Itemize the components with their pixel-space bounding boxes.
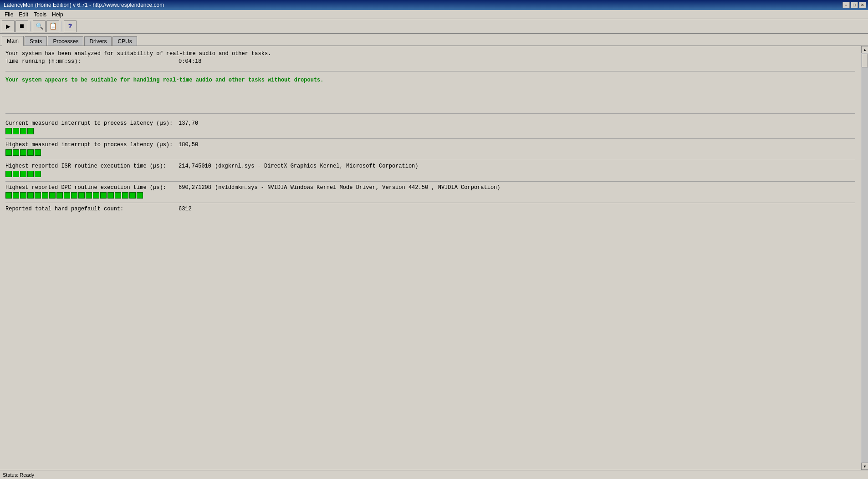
header-block: Your system has been analyzed for suitab… [5,50,855,65]
menu-edit[interactable]: Edit [16,10,31,19]
bar-seg [100,192,107,199]
bar-seg [49,192,56,199]
metric-isr-detail: (dxgkrnl.sys - DirectX Graphics Kernel, … [215,163,418,169]
metric-dpc-value: 690,271208 [179,184,211,191]
bar-seg [27,128,34,134]
tab-drivers[interactable]: Drivers [84,36,112,46]
tab-main[interactable]: Main [2,36,24,46]
scroll-down-button[interactable]: ▼ [861,463,868,470]
minimize-button[interactable]: − [842,2,850,8]
bar-seg [35,171,41,177]
metric-current-latency-label: Current measured interrupt to process la… [5,120,179,127]
bar-seg [5,128,12,134]
title-bar-controls: − □ ✕ [842,2,866,8]
bar-seg [13,192,19,199]
bar-seg [129,192,136,199]
help-button[interactable]: ? [64,20,77,32]
bar-seg [20,171,26,177]
close-button[interactable]: ✕ [859,2,866,8]
status-bar: Status: Ready [0,470,868,479]
metric-pagefault-label: Reported total hard pagefault count: [5,206,179,212]
bar-seg [137,192,143,199]
metric-highest-latency: Highest measured interrupt to process la… [5,142,855,148]
toolbar-separator-1 [30,21,31,31]
bar-seg [5,192,12,199]
time-label: Time running (h:mm:ss): [5,58,179,65]
header-line2: Time running (h:mm:ss): 0:04:18 [5,58,855,65]
metric-dpc-label: Highest reported DPC routine execution t… [5,184,179,191]
title-bar: LatencyMon (Home Edition) v 6.71 - http:… [0,0,868,10]
status-message: Your system appears to be suitable for h… [5,77,855,83]
main-content: Your system has been analyzed for suitab… [0,46,868,470]
bar-seg [20,128,26,134]
time-value: 0:04:18 [179,58,201,65]
bar-seg [71,192,77,199]
content-area: Your system has been analyzed for suitab… [0,46,868,470]
bar-seg [5,149,12,156]
metric-isr-label: Highest reported ISR routine execution t… [5,163,179,169]
bar-seg [115,192,121,199]
bar-isr [5,170,855,178]
bar-seg [93,192,99,199]
toolbar-separator-2 [61,21,62,31]
metrics-section: Current measured interrupt to process la… [5,120,855,213]
menu-help[interactable]: Help [49,10,66,19]
toolbar: ▶ ■ 🔍 📋 ? [0,19,868,34]
metric-current-latency-value: 137,70 [179,120,198,127]
metric-pagefault-value: 6312 [179,206,192,212]
separator-1 [5,71,855,71]
scroll-thumb[interactable] [862,54,868,67]
metric-isr-value: 214,745010 [179,163,211,169]
bar-seg [13,171,19,177]
bar-seg [122,192,128,199]
header-line1: Your system has been analyzed for suitab… [5,50,855,58]
scroll-track[interactable] [861,53,868,463]
metric-dpc-detail: (nvlddmkm.sys - NVIDIA Windows Kernel Mo… [215,184,500,191]
bar-seg [5,171,12,177]
scrollbar[interactable]: ▲ ▼ [861,46,868,470]
metric-current-latency: Current measured interrupt to process la… [5,120,855,127]
bar-seg [107,192,114,199]
bar-seg [35,149,41,156]
separator-5 [5,181,855,182]
menu-file[interactable]: File [2,10,16,19]
tab-bar: Main Stats Processes Drivers CPUs [0,34,868,46]
bar-dpc [5,192,855,199]
bar-seg [20,192,26,199]
bar-seg [86,192,92,199]
bar-seg [27,171,34,177]
metric-dpc: Highest reported DPC routine execution t… [5,184,855,191]
metric-highest-latency-label: Highest measured interrupt to process la… [5,142,179,148]
bar-highest-latency [5,149,855,156]
status-text: Status: Ready [3,472,34,478]
maximize-button[interactable]: □ [851,2,858,8]
menu-tools[interactable]: Tools [31,10,49,19]
metric-highest-latency-value: 180,50 [179,142,198,148]
metric-pagefault: Reported total hard pagefault count: 631… [5,206,855,212]
menu-bar: File Edit Tools Help [0,10,868,19]
analyze-button[interactable]: 🔍 [33,20,46,32]
scroll-up-button[interactable]: ▲ [861,46,868,53]
tab-cpus[interactable]: CPUs [112,36,137,46]
stop-button[interactable]: ■ [15,20,28,32]
bar-seg [56,192,63,199]
tab-processes[interactable]: Processes [48,36,83,46]
separator-2 [5,113,855,114]
bar-seg [27,149,34,156]
bar-seg [35,192,41,199]
title-bar-text: LatencyMon (Home Edition) v 6.71 - http:… [2,2,842,8]
bar-seg [27,192,34,199]
bar-seg [78,192,85,199]
bar-seg [42,192,48,199]
metric-isr: Highest reported ISR routine execution t… [5,163,855,169]
separator-3 [5,138,855,139]
separator-4 [5,160,855,160]
separator-6 [5,203,855,203]
tab-stats[interactable]: Stats [25,36,47,46]
play-button[interactable]: ▶ [2,20,15,32]
bar-seg [13,128,19,134]
bar-current-latency [5,127,855,135]
bar-seg [13,149,19,156]
bar-seg [64,192,70,199]
report-button[interactable]: 📋 [46,20,59,32]
